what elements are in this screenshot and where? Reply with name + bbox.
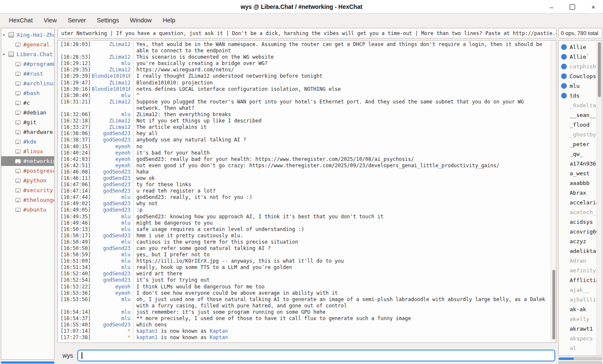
nick[interactable]: ZLima12 <box>92 80 130 86</box>
nick[interactable]: mlu <box>92 264 130 271</box>
user-item[interactable]: ajak__ <box>559 285 602 295</box>
tree-item[interactable]: #postgresql <box>1 166 54 176</box>
nick[interactable]: ZLima12 <box>92 41 130 48</box>
titlebar[interactable]: wys @ Libera.Chat / #networking - HexCha… <box>0 0 603 14</box>
minimize-button[interactable]: – <box>548 3 555 11</box>
nick[interactable]: eyeoh <box>92 290 130 296</box>
nick[interactable]: godSend23 <box>92 233 130 239</box>
menu-item[interactable]: Server <box>63 16 91 25</box>
nick[interactable]: mlu <box>92 214 130 220</box>
tree-item[interactable]: #debian <box>1 108 54 117</box>
close-button[interactable]: × <box>589 3 597 11</box>
nick[interactable]: eyeoh <box>92 284 130 290</box>
tree-item[interactable]: ##rust <box>1 69 54 79</box>
tree-item[interactable]: #general <box>1 40 54 49</box>
user-item[interactable]: catphish <box>559 62 602 71</box>
nick[interactable]: * <box>92 328 130 334</box>
maximize-button[interactable] <box>570 4 575 10</box>
user-item[interactable]: _peter <box>559 139 602 149</box>
user-list[interactable]: Allie Allie` catphish Cowclops` <box>558 40 602 356</box>
user-item[interactable]: _flood <box>559 120 602 130</box>
nick[interactable]: mlu <box>92 60 130 67</box>
nick[interactable]: ZLima12 <box>92 54 130 60</box>
tree-item[interactable]: #linux <box>1 147 54 156</box>
nick[interactable]: mlu <box>92 296 130 303</box>
user-item[interactable]: al <box>559 343 602 353</box>
message-input[interactable] <box>77 350 555 361</box>
user-item[interactable]: aczyz <box>559 236 602 246</box>
user-item[interactable]: akelly <box>559 314 602 324</box>
topic-bar[interactable]: uter Networking | If you have a question… <box>57 28 557 38</box>
nick[interactable]: ZLima12 <box>92 67 130 73</box>
user-item[interactable]: mlu <box>559 81 602 91</box>
nick[interactable]: mlu <box>92 194 130 201</box>
user-item[interactable]: _ghostbyt <box>559 130 602 139</box>
user-item[interactable]: Allie` <box>559 52 602 62</box>
nick[interactable]: godSend23 <box>92 182 130 188</box>
user-item[interactable]: Affliction <box>559 275 602 285</box>
nick[interactable]: eyeoh <box>92 144 130 150</box>
user-item[interactable]: ajhalili2 <box>559 295 602 304</box>
tree-item[interactable]: #security <box>1 185 54 195</box>
chat-area[interactable]: [16:28:03] ZLima12 Yes, that would be in… <box>57 40 557 343</box>
nick[interactable]: godSend23 <box>92 271 130 277</box>
nick[interactable]: godSend23 <box>92 188 130 194</box>
nick[interactable]: mlu <box>92 258 130 264</box>
nick[interactable]: godSend23 <box>92 201 130 207</box>
menu-item[interactable]: Window <box>125 16 157 25</box>
nick[interactable]: mlu <box>92 315 130 322</box>
user-item[interactable]: ak-ak <box>559 304 602 314</box>
menu-item[interactable]: Help <box>158 16 180 25</box>
menu-item[interactable]: View <box>39 16 61 25</box>
nick[interactable]: mlu <box>92 226 130 233</box>
user-item[interactable]: aefinity <box>559 266 602 275</box>
user-item[interactable]: __sean__ <box>559 110 602 120</box>
user-item[interactable]: _0xdelta <box>559 101 602 110</box>
user-item[interactable]: akrawt1 <box>559 324 602 334</box>
nick[interactable]: godSend23 <box>92 322 130 328</box>
user-item[interactable]: a174n936 <box>559 159 602 168</box>
nick[interactable]: godSend23 <box>92 137 130 143</box>
nick[interactable]: ZLima12 <box>92 118 130 124</box>
nick[interactable]: ZLima12 <box>92 124 130 130</box>
chat-scrollbar-thumb[interactable] <box>552 270 555 339</box>
nick[interactable]: godSend23 <box>92 175 130 182</box>
tree-item[interactable]: #hardware <box>1 127 54 137</box>
tree-item[interactable]: #c <box>1 98 54 108</box>
user-item[interactable]: a_west <box>559 168 602 178</box>
tree-item[interactable]: #bash <box>1 88 54 98</box>
nick[interactable]: godSend23 <box>92 207 130 213</box>
nick[interactable]: ZLima12 <box>92 99 130 105</box>
nick[interactable]: mlu <box>92 309 130 315</box>
nick[interactable]: godSend23 <box>92 169 130 175</box>
tree-item[interactable]: #archlinux <box>1 79 54 88</box>
user-item[interactable]: tds <box>559 91 602 101</box>
channel-tree[interactable]: ▾ Xing-Hai-Zhan #general ▾ Libera.Chat <box>1 28 54 360</box>
userlist-scrollbar[interactable] <box>597 41 602 356</box>
user-item[interactable]: akspecs <box>559 334 602 343</box>
nick[interactable]: eyeoh <box>92 156 130 163</box>
tree-item[interactable]: ▾ Xing-Hai-Zhan <box>1 30 54 40</box>
menu-item[interactable]: HexChat <box>4 16 37 25</box>
userlist-scrollbar-thumb[interactable] <box>598 42 601 97</box>
tree-item[interactable]: #networking <box>1 156 54 166</box>
user-item[interactable]: Abrax <box>559 188 602 198</box>
nick[interactable]: mlu <box>92 220 130 226</box>
nick[interactable]: godSend23 <box>92 277 130 283</box>
tree-item[interactable]: ▾ Libera.Chat <box>1 49 54 59</box>
nick[interactable]: godSend23 <box>92 245 130 252</box>
tree-item[interactable]: #python <box>1 176 54 185</box>
tree-item[interactable]: #thelounge <box>1 195 54 205</box>
user-item[interactable]: Allie <box>559 42 602 52</box>
tree-item[interactable]: ##programming <box>1 59 54 69</box>
expander-icon[interactable]: ▾ <box>3 33 8 37</box>
nick[interactable]: mlu <box>92 111 130 118</box>
nick[interactable]: Blondie101010 <box>92 73 130 79</box>
nick[interactable]: mlu <box>92 92 130 99</box>
nick[interactable]: godSend23 <box>92 130 130 137</box>
user-item[interactable]: aaabbb <box>559 178 602 188</box>
user-item[interactable]: accelario <box>559 198 602 207</box>
nick[interactable]: mlu <box>92 252 130 258</box>
nick[interactable]: eyeoh <box>92 150 130 156</box>
user-item[interactable]: Adran <box>559 256 602 266</box>
